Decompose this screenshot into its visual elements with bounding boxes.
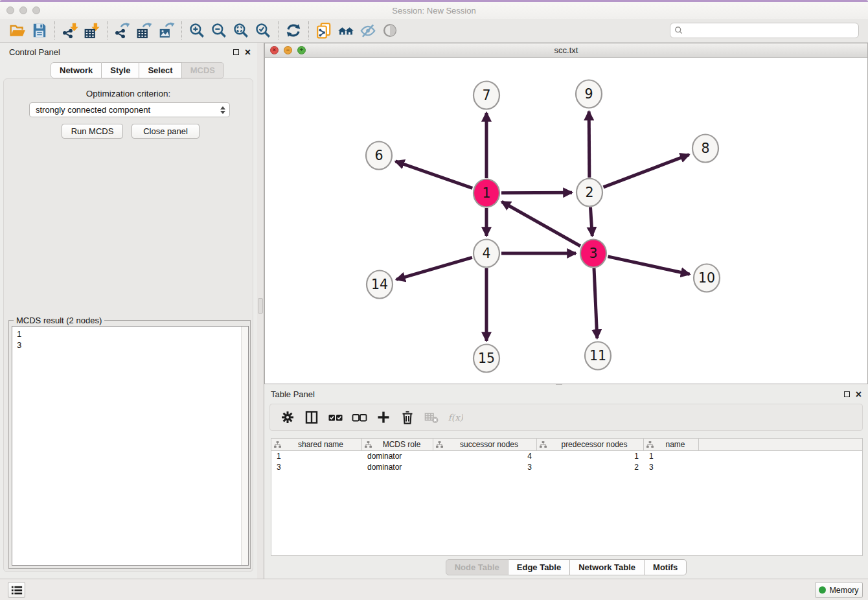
show-all-icon[interactable]	[379, 21, 401, 40]
graph-edge-2-8[interactable]	[604, 155, 689, 187]
column-header-shared-name[interactable]: shared name	[271, 439, 362, 450]
first-neighbors-icon[interactable]	[335, 21, 357, 40]
table-body: 1dominator4113dominator323	[271, 451, 862, 473]
import-network-icon[interactable]	[59, 21, 81, 40]
close-panel-icon[interactable]: ×	[245, 49, 251, 55]
graph-node-1[interactable]: 1	[474, 179, 499, 207]
graph-edge-1-6[interactable]	[395, 161, 472, 189]
tab-edge-table[interactable]: Edge Table	[508, 559, 570, 575]
mcds-result-area[interactable]: 1 3	[12, 326, 249, 566]
graph-node-4[interactable]: 4	[474, 240, 499, 268]
network-canvas[interactable]: 7968124314101511	[265, 58, 867, 384]
apply-preferred-layout-icon[interactable]	[282, 21, 304, 40]
graph-node-2[interactable]: 2	[577, 179, 602, 207]
duplicate-network-icon[interactable]	[313, 21, 335, 40]
column-header-name[interactable]: name	[644, 439, 699, 450]
graph-node-3[interactable]: 3	[580, 240, 606, 268]
table-cell[interactable]: 1	[271, 451, 362, 462]
optimization-criterion-select[interactable]: strongly connected component	[29, 102, 230, 117]
zoom-in-icon[interactable]	[186, 21, 208, 40]
table-cell[interactable]: 3	[271, 462, 362, 473]
optimization-criterion-label: Optimization criterion:	[4, 89, 253, 98]
vertical-splitter[interactable]	[257, 43, 264, 579]
close-panel-button[interactable]: Close panel	[131, 124, 200, 139]
column-header-successor-nodes[interactable]: successor nodes	[433, 439, 537, 450]
toolbar-separator	[54, 21, 55, 40]
import-table-icon[interactable]	[81, 21, 103, 40]
tab-network-table[interactable]: Network Table	[570, 559, 645, 575]
graph-node-11[interactable]: 11	[585, 342, 611, 370]
table-header-row: shared nameMCDS rolesuccessor nodesprede…	[271, 439, 862, 451]
export-network-icon[interactable]	[111, 21, 133, 40]
graph-edge-3-10[interactable]	[608, 257, 689, 274]
deselect-all-rows-icon[interactable]	[347, 407, 371, 428]
graph-node-6[interactable]: 6	[366, 142, 392, 170]
graph-edge-3-1[interactable]	[502, 202, 580, 246]
table-cell[interactable]: 3	[644, 462, 699, 473]
table-row[interactable]: 1dominator411	[271, 451, 862, 462]
close-table-panel-icon[interactable]: ×	[856, 391, 862, 397]
network-window-titlebar[interactable]: × − + scc.txt	[265, 43, 867, 58]
select-all-rows-icon[interactable]	[323, 407, 347, 428]
tab-motifs[interactable]: Motifs	[645, 559, 687, 575]
table-settings-icon[interactable]	[275, 407, 299, 428]
hide-selected-icon[interactable]	[357, 21, 379, 40]
graph-node-label: 15	[478, 351, 495, 366]
task-history-button[interactable]	[8, 582, 25, 598]
graph-node-14[interactable]: 14	[367, 271, 393, 299]
run-mcds-button[interactable]: Run MCDS	[62, 124, 123, 139]
table-cell[interactable]: 3	[433, 462, 537, 473]
delete-table-icon[interactable]	[419, 407, 443, 428]
tab-mcds[interactable]: MCDS	[182, 62, 224, 78]
graph-node-10[interactable]: 10	[694, 264, 720, 292]
save-session-icon[interactable]	[29, 21, 51, 40]
add-row-icon[interactable]	[371, 407, 395, 428]
table-cell[interactable]: 2	[537, 462, 644, 473]
delete-row-icon[interactable]	[395, 407, 419, 428]
tab-node-table[interactable]: Node Table	[446, 559, 508, 575]
graph-node-label: 4	[482, 246, 490, 261]
toggle-column-view-icon[interactable]	[299, 407, 323, 428]
toolbar-separator	[181, 21, 182, 40]
float-table-panel-icon[interactable]	[844, 391, 850, 397]
table-cell[interactable]: dominator	[362, 462, 433, 473]
window-title: Session: New Session	[0, 6, 868, 16]
column-type-icon	[436, 441, 443, 448]
memory-button[interactable]: Memory	[815, 582, 863, 598]
export-image-icon[interactable]	[155, 21, 177, 40]
tab-select[interactable]: Select	[139, 62, 181, 78]
table-cell[interactable]: dominator	[362, 451, 433, 462]
table-cell[interactable]: 4	[433, 451, 537, 462]
graph-edge-2-3[interactable]	[590, 207, 592, 236]
search-input[interactable]	[683, 24, 854, 37]
float-panel-icon[interactable]	[233, 49, 239, 55]
column-header-predecessor-nodes[interactable]: predecessor nodes	[537, 439, 644, 450]
column-header-MCDS-role[interactable]: MCDS role	[362, 439, 433, 450]
graph-edge-2-9[interactable]	[589, 111, 589, 178]
mcds-result-text: 1 3	[12, 327, 240, 565]
zoom-fit-icon[interactable]	[230, 21, 252, 40]
graph-node-9[interactable]: 9	[576, 80, 602, 108]
graph-edge-3-11[interactable]	[594, 268, 597, 338]
graph-edge-4-14[interactable]	[396, 257, 472, 279]
graph-edge-1-2[interactable]	[501, 192, 572, 193]
zoom-out-icon[interactable]	[208, 21, 230, 40]
tab-network[interactable]: Network	[51, 62, 102, 78]
graph-node-7[interactable]: 7	[474, 82, 499, 110]
control-panel: Control Panel × NetworkStyleSelectMCDS O…	[0, 43, 257, 579]
tab-style[interactable]: Style	[102, 62, 139, 78]
splitter-handle[interactable]	[258, 298, 263, 314]
mcds-result-group: MCDS result (2 nodes) 1 3	[8, 320, 251, 569]
graph-node-15[interactable]: 15	[474, 345, 499, 373]
table-cell[interactable]: 1	[537, 451, 644, 462]
table-cell[interactable]: 1	[644, 451, 699, 462]
table-row[interactable]: 3dominator323	[271, 462, 862, 473]
function-builder-icon[interactable]: f(x)	[443, 407, 467, 428]
graph-node-label: 11	[589, 348, 606, 363]
optimization-criterion-value: strongly connected component	[36, 105, 150, 115]
open-session-icon[interactable]	[6, 21, 29, 40]
export-table-icon[interactable]	[133, 21, 155, 40]
graph-node-8[interactable]: 8	[692, 135, 718, 163]
result-scrollbar[interactable]	[241, 327, 248, 565]
zoom-selected-icon[interactable]	[252, 21, 274, 40]
